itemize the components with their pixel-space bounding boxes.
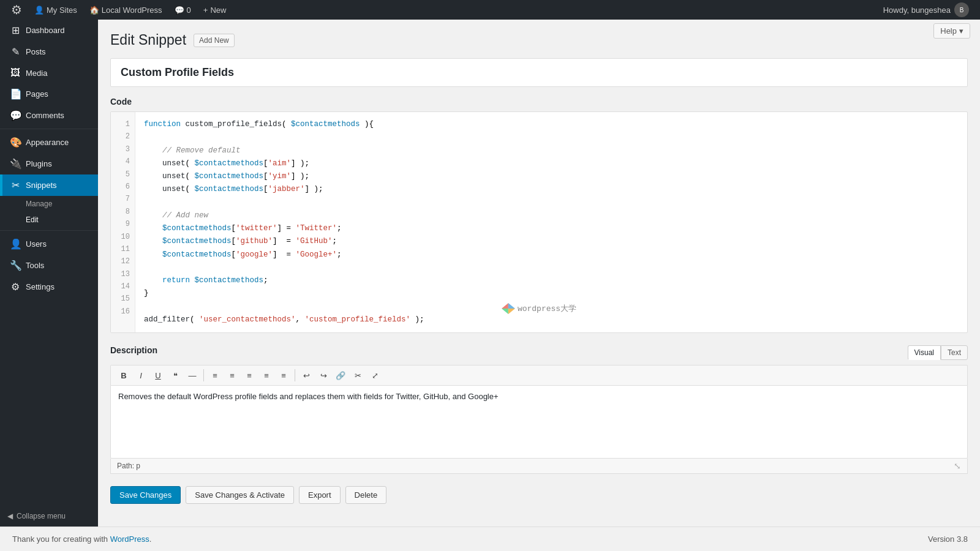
help-chevron-icon: ▾ — [959, 26, 963, 36]
sidebar-item-settings[interactable]: ⚙ Settings — [0, 276, 98, 298]
settings-icon: ⚙ — [10, 281, 21, 293]
sidebar-label-settings: Settings — [26, 282, 55, 291]
snippet-title: Custom Profile Fields — [121, 66, 957, 79]
admin-sidebar: ⊞ Dashboard ✎ Posts 🖼 Media 📄 Pages 💬 Co… — [0, 20, 98, 527]
italic-button[interactable]: I — [133, 368, 149, 383]
howdy-text: Howdy, bungeshea — [883, 6, 951, 15]
tools-icon: 🔧 — [10, 260, 21, 271]
submenu-edit[interactable]: Edit — [0, 212, 98, 228]
undo-button[interactable]: ↩ — [298, 368, 314, 383]
resize-handle[interactable]: ⤡ — [954, 461, 961, 471]
media-icon: 🖼 — [10, 67, 21, 78]
unlink-button[interactable]: ✂ — [350, 368, 366, 383]
save-activate-button[interactable]: Save Changes & Activate — [186, 486, 294, 504]
export-button[interactable]: Export — [299, 486, 341, 504]
sidebar-label-users: Users — [26, 239, 47, 249]
code-content[interactable]: function custom_profile_fields( $contact… — [135, 112, 967, 332]
align-center-button[interactable]: ≡ — [258, 368, 274, 383]
description-section: Description Visual Text B I U ❝ — ≡ ≡ ≡ … — [110, 345, 968, 474]
submenu-manage-label: Manage — [26, 200, 52, 208]
link-button[interactable]: 🔗 — [333, 368, 349, 383]
bold-button[interactable]: B — [116, 368, 132, 383]
sidebar-label-media: Media — [26, 69, 47, 78]
align-right-button[interactable]: ≡ — [276, 368, 292, 383]
users-icon: 👤 — [10, 238, 21, 250]
description-header: Description Visual Text — [110, 345, 968, 360]
sidebar-item-media[interactable]: 🖼 Media — [0, 62, 98, 83]
plus-icon: + — [203, 6, 208, 15]
sidebar-item-posts[interactable]: ✎ Posts — [0, 41, 98, 62]
comments-icon: 💬 — [10, 110, 21, 121]
visual-text-tabs: Visual Text — [908, 345, 968, 360]
help-button[interactable]: Help ▾ — [933, 23, 970, 39]
visual-tab[interactable]: Visual — [908, 345, 941, 360]
footer-text: Thank you for creating with WordPress. — [12, 534, 151, 544]
comments-menu[interactable]: 💬 0 — [168, 0, 197, 20]
sidebar-item-appearance[interactable]: 🎨 Appearance — [0, 132, 98, 153]
redo-button[interactable]: ↪ — [315, 368, 331, 383]
collapse-arrow-icon: ◀ — [7, 512, 13, 520]
pages-icon: 📄 — [10, 88, 21, 100]
home-icon: 🏠 — [89, 6, 99, 15]
strikethrough-button[interactable]: — — [184, 368, 200, 383]
sidebar-item-users[interactable]: 👤 Users — [0, 233, 98, 255]
description-label: Description — [110, 345, 157, 355]
toolbar-sep-1 — [203, 369, 204, 381]
sidebar-label-appearance: Appearance — [26, 138, 69, 147]
save-changes-button[interactable]: Save Changes — [110, 486, 181, 504]
sidebar-label-dashboard: Dashboard — [26, 26, 65, 35]
align-left-button[interactable]: ≡ — [241, 368, 257, 383]
sidebar-item-tools[interactable]: 🔧 Tools — [0, 255, 98, 276]
description-text: Removes the default WordPress profile fi… — [118, 392, 960, 401]
code-editor[interactable]: 12345678910111213141516 function custom_… — [110, 111, 968, 333]
sidebar-item-plugins[interactable]: 🔌 Plugins — [0, 153, 98, 174]
footer-wp-link[interactable]: WordPress — [110, 534, 149, 544]
submenu-manage[interactable]: Manage — [0, 196, 98, 212]
page-title: Edit Snippet — [110, 32, 186, 48]
fullscreen-button[interactable]: ⤢ — [367, 368, 383, 383]
footer-thank-you: Thank you for creating with — [12, 534, 108, 544]
sidebar-item-comments[interactable]: 💬 Comments — [0, 105, 98, 126]
avatar: B — [954, 2, 969, 17]
sites-icon: 👤 — [34, 6, 44, 15]
comment-icon: 💬 — [175, 6, 184, 15]
adminbar-right: Howdy, bungeshea B — [877, 2, 975, 17]
text-tab[interactable]: Text — [941, 345, 968, 360]
wp-logo[interactable]: ⚙ — [5, 2, 28, 17]
my-sites-label: My Sites — [47, 6, 77, 15]
editor-toolbar: B I U ❝ — ≡ ≡ ≡ ≡ ≡ ↩ ↪ 🔗 ✂ ⤢ — [110, 365, 968, 385]
howdy-greeting[interactable]: Howdy, bungeshea B — [877, 2, 975, 17]
sidebar-item-dashboard[interactable]: ⊞ Dashboard — [0, 20, 98, 41]
dashboard-icon: ⊞ — [10, 24, 21, 36]
add-new-button[interactable]: Add New — [194, 34, 235, 47]
ol-button[interactable]: ≡ — [224, 368, 240, 383]
page-header: Edit Snippet Add New — [110, 32, 968, 48]
my-sites-menu[interactable]: 👤 My Sites — [28, 0, 83, 20]
local-wp-label: Local WordPress — [102, 6, 162, 15]
path-label: Path: p — [117, 462, 140, 470]
menu-sep-2 — [0, 230, 98, 231]
wp-footer: Thank you for creating with WordPress. V… — [0, 527, 980, 551]
wp-layout: ⊞ Dashboard ✎ Posts 🖼 Media 📄 Pages 💬 Co… — [0, 20, 980, 527]
sidebar-label-plugins: Plugins — [26, 159, 52, 168]
description-editor[interactable]: Removes the default WordPress profile fi… — [110, 385, 968, 459]
snippets-icon: ✂ — [10, 179, 21, 191]
collapse-label: Collapse menu — [17, 512, 66, 520]
line-numbers: 12345678910111213141516 — [111, 112, 135, 332]
sidebar-item-pages[interactable]: 📄 Pages — [0, 83, 98, 105]
local-wordpress-menu[interactable]: 🏠 Local WordPress — [83, 0, 168, 20]
blockquote-button[interactable]: ❝ — [167, 368, 183, 383]
sidebar-label-tools: Tools — [26, 261, 44, 270]
submenu-edit-label: Edit — [26, 216, 39, 224]
new-content-menu[interactable]: + New — [197, 0, 233, 20]
ul-button[interactable]: ≡ — [207, 368, 223, 383]
posts-icon: ✎ — [10, 46, 21, 58]
delete-button[interactable]: Delete — [345, 486, 387, 504]
sidebar-label-posts: Posts — [26, 47, 46, 56]
appearance-icon: 🎨 — [10, 137, 21, 148]
sidebar-item-snippets[interactable]: ✂ Snippets — [0, 174, 98, 196]
version-text: Version 3.8 — [928, 534, 968, 544]
toolbar-sep-2 — [295, 369, 295, 381]
collapse-menu-button[interactable]: ◀ Collapse menu — [0, 506, 98, 527]
underline-button[interactable]: U — [150, 368, 166, 383]
